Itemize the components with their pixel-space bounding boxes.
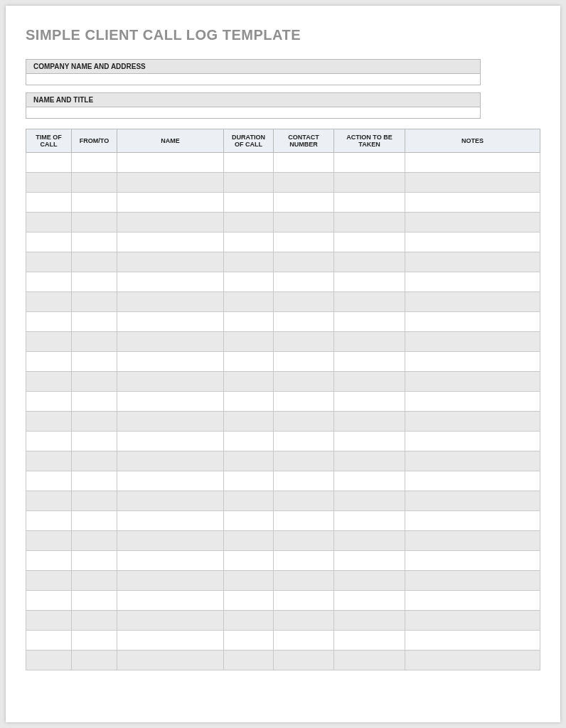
table-cell[interactable] xyxy=(405,292,540,312)
table-cell[interactable] xyxy=(72,392,117,412)
table-cell[interactable] xyxy=(72,551,117,571)
table-cell[interactable] xyxy=(72,491,117,511)
table-cell[interactable] xyxy=(117,551,224,571)
table-cell[interactable] xyxy=(72,412,117,432)
table-cell[interactable] xyxy=(274,232,334,252)
table-cell[interactable] xyxy=(334,392,405,412)
table-cell[interactable] xyxy=(334,312,405,332)
table-cell[interactable] xyxy=(274,372,334,392)
table-cell[interactable] xyxy=(405,412,540,432)
table-cell[interactable] xyxy=(334,232,405,252)
table-cell[interactable] xyxy=(224,173,274,193)
table-cell[interactable] xyxy=(274,292,334,312)
table-cell[interactable] xyxy=(117,372,224,392)
table-cell[interactable] xyxy=(334,432,405,451)
table-cell[interactable] xyxy=(334,631,405,651)
table-cell[interactable] xyxy=(26,272,72,292)
table-cell[interactable] xyxy=(334,292,405,312)
table-cell[interactable] xyxy=(405,491,540,511)
table-cell[interactable] xyxy=(274,213,334,232)
table-cell[interactable] xyxy=(405,471,540,491)
table-cell[interactable] xyxy=(224,451,274,471)
table-cell[interactable] xyxy=(405,312,540,332)
table-cell[interactable] xyxy=(26,531,72,551)
table-cell[interactable] xyxy=(274,312,334,332)
table-cell[interactable] xyxy=(405,252,540,272)
table-cell[interactable] xyxy=(405,392,540,412)
table-cell[interactable] xyxy=(274,392,334,412)
table-cell[interactable] xyxy=(26,491,72,511)
table-cell[interactable] xyxy=(26,372,72,392)
table-cell[interactable] xyxy=(26,591,72,611)
table-cell[interactable] xyxy=(72,451,117,471)
table-cell[interactable] xyxy=(72,571,117,591)
table-cell[interactable] xyxy=(72,332,117,352)
table-cell[interactable] xyxy=(274,332,334,352)
table-cell[interactable] xyxy=(224,412,274,432)
table-cell[interactable] xyxy=(26,392,72,412)
table-cell[interactable] xyxy=(72,312,117,332)
table-cell[interactable] xyxy=(224,252,274,272)
table-cell[interactable] xyxy=(224,352,274,372)
table-cell[interactable] xyxy=(405,531,540,551)
table-cell[interactable] xyxy=(405,213,540,232)
table-cell[interactable] xyxy=(334,372,405,392)
table-cell[interactable] xyxy=(274,491,334,511)
table-cell[interactable] xyxy=(224,651,274,670)
table-cell[interactable] xyxy=(334,332,405,352)
table-cell[interactable] xyxy=(26,252,72,272)
table-cell[interactable] xyxy=(334,193,405,213)
table-cell[interactable] xyxy=(224,611,274,631)
table-cell[interactable] xyxy=(334,213,405,232)
table-cell[interactable] xyxy=(26,352,72,372)
table-cell[interactable] xyxy=(224,432,274,451)
table-cell[interactable] xyxy=(72,531,117,551)
table-cell[interactable] xyxy=(117,412,224,432)
table-cell[interactable] xyxy=(72,611,117,631)
table-cell[interactable] xyxy=(334,451,405,471)
table-cell[interactable] xyxy=(117,392,224,412)
table-cell[interactable] xyxy=(274,432,334,451)
table-cell[interactable] xyxy=(72,153,117,173)
table-cell[interactable] xyxy=(72,292,117,312)
table-cell[interactable] xyxy=(405,332,540,352)
table-cell[interactable] xyxy=(72,252,117,272)
table-cell[interactable] xyxy=(26,511,72,531)
table-cell[interactable] xyxy=(117,312,224,332)
table-cell[interactable] xyxy=(224,332,274,352)
table-cell[interactable] xyxy=(117,173,224,193)
table-cell[interactable] xyxy=(224,153,274,173)
table-cell[interactable] xyxy=(72,432,117,451)
table-cell[interactable] xyxy=(334,173,405,193)
table-cell[interactable] xyxy=(117,232,224,252)
table-cell[interactable] xyxy=(224,392,274,412)
table-cell[interactable] xyxy=(334,551,405,571)
table-cell[interactable] xyxy=(26,432,72,451)
table-cell[interactable] xyxy=(117,471,224,491)
table-cell[interactable] xyxy=(117,531,224,551)
table-cell[interactable] xyxy=(117,292,224,312)
table-cell[interactable] xyxy=(117,591,224,611)
table-cell[interactable] xyxy=(26,571,72,591)
table-cell[interactable] xyxy=(405,193,540,213)
table-cell[interactable] xyxy=(72,272,117,292)
table-cell[interactable] xyxy=(405,432,540,451)
table-cell[interactable] xyxy=(334,153,405,173)
table-cell[interactable] xyxy=(26,412,72,432)
table-cell[interactable] xyxy=(224,312,274,332)
table-cell[interactable] xyxy=(405,611,540,631)
table-cell[interactable] xyxy=(405,272,540,292)
table-cell[interactable] xyxy=(334,352,405,372)
table-cell[interactable] xyxy=(72,193,117,213)
table-cell[interactable] xyxy=(72,352,117,372)
table-cell[interactable] xyxy=(334,471,405,491)
table-cell[interactable] xyxy=(274,611,334,631)
table-cell[interactable] xyxy=(224,591,274,611)
table-cell[interactable] xyxy=(117,272,224,292)
table-cell[interactable] xyxy=(26,292,72,312)
table-cell[interactable] xyxy=(274,352,334,372)
table-cell[interactable] xyxy=(405,232,540,252)
table-cell[interactable] xyxy=(26,631,72,651)
table-cell[interactable] xyxy=(274,173,334,193)
table-cell[interactable] xyxy=(405,352,540,372)
